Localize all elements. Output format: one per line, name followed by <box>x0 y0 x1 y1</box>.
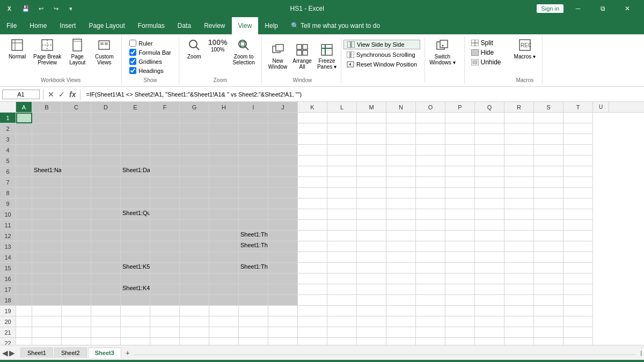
cell-D14[interactable] <box>91 252 121 263</box>
cell-N2[interactable] <box>386 123 416 134</box>
cell-A15[interactable] <box>16 263 32 274</box>
cell-O17[interactable] <box>416 284 445 295</box>
cell-B22[interactable] <box>32 338 62 345</box>
cell-D2[interactable] <box>91 123 121 134</box>
cell-P5[interactable] <box>445 156 475 166</box>
cell-L7[interactable] <box>327 177 357 188</box>
cell-E17[interactable]: Sheet1:K4 <box>121 284 150 295</box>
cell-J1[interactable] <box>268 113 298 123</box>
cell-P8[interactable] <box>445 188 475 198</box>
col-header-i[interactable]: I <box>239 102 268 112</box>
cell-K9[interactable] <box>298 198 327 209</box>
row-num-21[interactable]: 21 <box>0 327 16 338</box>
cell-D22[interactable] <box>91 338 121 345</box>
row-num-16[interactable]: 16 <box>0 274 16 284</box>
cell-F8[interactable] <box>150 188 180 198</box>
cell-C8[interactable] <box>62 188 91 198</box>
cell-S8[interactable] <box>534 188 564 198</box>
col-header-f[interactable]: F <box>150 102 180 112</box>
cell-L5[interactable] <box>327 156 357 166</box>
cell-R1[interactable] <box>504 113 534 123</box>
cell-E3[interactable] <box>121 134 150 145</box>
cell-H18[interactable] <box>209 295 239 306</box>
restore-button[interactable]: ⧉ <box>590 0 615 17</box>
cell-O16[interactable] <box>416 274 445 284</box>
cell-M2[interactable] <box>357 123 386 134</box>
cell-Q3[interactable] <box>475 134 504 145</box>
cell-L16[interactable] <box>327 274 357 284</box>
cell-S18[interactable] <box>534 295 564 306</box>
cell-S9[interactable] <box>534 198 564 209</box>
cell-I10[interactable] <box>239 209 268 220</box>
cell-R21[interactable] <box>504 327 534 338</box>
cell-P9[interactable] <box>445 198 475 209</box>
cell-P7[interactable] <box>445 177 475 188</box>
cell-M9[interactable] <box>357 198 386 209</box>
cell-O13[interactable] <box>416 241 445 252</box>
cell-L1[interactable] <box>327 113 357 123</box>
macros-button[interactable]: REC Macros ▾ <box>512 38 538 61</box>
tab-page-layout[interactable]: Page Layout <box>82 17 131 34</box>
cell-L13[interactable] <box>327 241 357 252</box>
view-side-by-side-button[interactable]: View Side by Side <box>343 40 420 49</box>
cell-I8[interactable] <box>239 188 268 198</box>
cell-N1[interactable] <box>386 113 416 123</box>
tab-formulas[interactable]: Formulas <box>131 17 171 34</box>
cell-I17[interactable] <box>239 284 268 295</box>
cell-K5[interactable] <box>298 156 327 166</box>
cell-J22[interactable] <box>268 338 298 345</box>
row-num-12[interactable]: 12 <box>0 231 16 241</box>
cell-N22[interactable] <box>386 338 416 345</box>
cell-A9[interactable] <box>16 198 32 209</box>
cell-F19[interactable] <box>150 306 180 316</box>
row-num-11[interactable]: 11 <box>0 220 16 231</box>
cell-D13[interactable] <box>91 241 121 252</box>
cell-C9[interactable] <box>62 198 91 209</box>
cell-M21[interactable] <box>357 327 386 338</box>
row-num-22[interactable]: 22 <box>0 338 16 345</box>
cell-F16[interactable] <box>150 274 180 284</box>
cell-O14[interactable] <box>416 252 445 263</box>
cell-S2[interactable] <box>534 123 564 134</box>
col-header-o[interactable]: O <box>416 102 445 112</box>
cell-J20[interactable] <box>268 316 298 327</box>
cell-O10[interactable] <box>416 209 445 220</box>
cell-C22[interactable] <box>62 338 91 345</box>
cell-E18[interactable] <box>121 295 150 306</box>
cell-A6[interactable] <box>16 166 32 177</box>
cell-S4[interactable] <box>534 145 564 156</box>
cell-H1[interactable] <box>209 113 239 123</box>
cell-A11[interactable] <box>16 220 32 231</box>
col-header-j[interactable]: J <box>268 102 298 112</box>
row-num-6[interactable]: 6 <box>0 166 16 177</box>
row-num-18[interactable]: 18 <box>0 295 16 306</box>
cell-B17[interactable] <box>32 284 62 295</box>
cell-I2[interactable] <box>239 123 268 134</box>
unhide-button[interactable]: Unhide <box>470 58 502 67</box>
cell-L14[interactable] <box>327 252 357 263</box>
cell-R22[interactable] <box>504 338 534 345</box>
cell-M20[interactable] <box>357 316 386 327</box>
formula-bar-check[interactable] <box>129 49 136 56</box>
cell-F10[interactable] <box>150 209 180 220</box>
cell-J14[interactable] <box>268 252 298 263</box>
cell-J13[interactable] <box>268 241 298 252</box>
cell-H2[interactable] <box>209 123 239 134</box>
cell-H8[interactable] <box>209 188 239 198</box>
close-button[interactable]: ✕ <box>615 0 640 17</box>
cell-Q6[interactable] <box>475 166 504 177</box>
cell-T7[interactable] <box>564 177 593 188</box>
cell-R8[interactable] <box>504 188 534 198</box>
cell-P6[interactable] <box>445 166 475 177</box>
row-num-14[interactable]: 14 <box>0 252 16 263</box>
cell-I5[interactable] <box>239 156 268 166</box>
scroll-tabs-right[interactable]: ▶ <box>9 349 15 357</box>
cell-G7[interactable] <box>180 177 209 188</box>
cell-E22[interactable] <box>121 338 150 345</box>
cell-L11[interactable] <box>327 220 357 231</box>
cell-J21[interactable] <box>268 327 298 338</box>
cell-F15[interactable] <box>150 263 180 274</box>
cell-H3[interactable] <box>209 134 239 145</box>
cell-L22[interactable] <box>327 338 357 345</box>
cell-I19[interactable] <box>239 306 268 316</box>
